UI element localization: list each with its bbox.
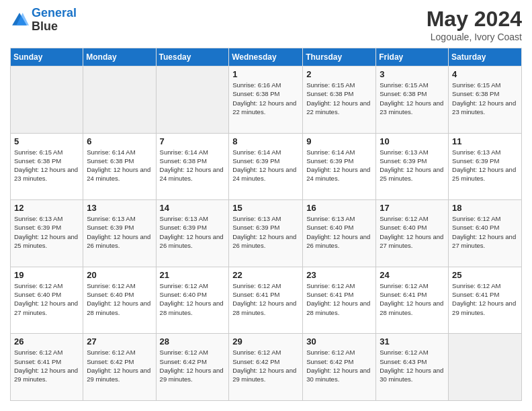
day-info: Sunrise: 6:12 AM Sunset: 6:42 PM Dayligh… bbox=[87, 348, 152, 383]
calendar-day-cell bbox=[156, 66, 229, 134]
day-info: Sunrise: 6:12 AM Sunset: 6:41 PM Dayligh… bbox=[14, 348, 79, 383]
calendar-day-cell: 19Sunrise: 6:12 AM Sunset: 6:40 PM Dayli… bbox=[11, 267, 83, 334]
day-number: 22 bbox=[232, 270, 299, 280]
day-number: 2 bbox=[306, 69, 372, 79]
weekday-header-wednesday: Wednesday bbox=[229, 48, 303, 66]
weekday-header-saturday: Saturday bbox=[449, 48, 522, 66]
calendar-day-cell bbox=[11, 66, 83, 134]
day-info: Sunrise: 6:14 AM Sunset: 6:39 PM Dayligh… bbox=[232, 148, 299, 183]
day-info: Sunrise: 6:15 AM Sunset: 6:38 PM Dayligh… bbox=[380, 81, 445, 116]
day-info: Sunrise: 6:13 AM Sunset: 6:39 PM Dayligh… bbox=[452, 148, 518, 183]
weekday-header-monday: Monday bbox=[83, 48, 156, 66]
calendar-day-cell: 21Sunrise: 6:12 AM Sunset: 6:40 PM Dayli… bbox=[156, 267, 229, 334]
calendar-day-cell: 9Sunrise: 6:14 AM Sunset: 6:39 PM Daylig… bbox=[303, 133, 376, 200]
calendar-day-cell: 26Sunrise: 6:12 AM Sunset: 6:41 PM Dayli… bbox=[11, 334, 83, 401]
day-number: 29 bbox=[232, 336, 299, 347]
day-info: Sunrise: 6:14 AM Sunset: 6:38 PM Dayligh… bbox=[87, 148, 152, 183]
day-number: 3 bbox=[380, 69, 445, 79]
calendar-day-cell: 5Sunrise: 6:15 AM Sunset: 6:38 PM Daylig… bbox=[11, 133, 83, 200]
day-number: 6 bbox=[87, 136, 152, 146]
day-info: Sunrise: 6:12 AM Sunset: 6:42 PM Dayligh… bbox=[160, 348, 226, 383]
day-info: Sunrise: 6:12 AM Sunset: 6:40 PM Dayligh… bbox=[87, 281, 152, 317]
calendar: SundayMondayTuesdayWednesdayThursdayFrid… bbox=[10, 48, 522, 401]
day-info: Sunrise: 6:15 AM Sunset: 6:38 PM Dayligh… bbox=[452, 81, 518, 116]
day-number: 9 bbox=[306, 136, 372, 146]
day-info: Sunrise: 6:12 AM Sunset: 6:43 PM Dayligh… bbox=[380, 348, 445, 383]
day-number: 30 bbox=[306, 336, 372, 347]
calendar-day-cell: 8Sunrise: 6:14 AM Sunset: 6:39 PM Daylig… bbox=[229, 133, 303, 200]
day-info: Sunrise: 6:12 AM Sunset: 6:41 PM Dayligh… bbox=[306, 281, 372, 317]
calendar-week-1: 1Sunrise: 6:16 AM Sunset: 6:38 PM Daylig… bbox=[11, 66, 522, 134]
day-info: Sunrise: 6:12 AM Sunset: 6:41 PM Dayligh… bbox=[452, 281, 518, 317]
weekday-header-row: SundayMondayTuesdayWednesdayThursdayFrid… bbox=[11, 48, 522, 66]
calendar-day-cell: 13Sunrise: 6:13 AM Sunset: 6:39 PM Dayli… bbox=[83, 200, 156, 267]
day-number: 5 bbox=[14, 136, 79, 146]
day-info: Sunrise: 6:12 AM Sunset: 6:41 PM Dayligh… bbox=[232, 281, 299, 317]
calendar-week-4: 19Sunrise: 6:12 AM Sunset: 6:40 PM Dayli… bbox=[11, 267, 522, 334]
calendar-day-cell: 28Sunrise: 6:12 AM Sunset: 6:42 PM Dayli… bbox=[156, 334, 229, 401]
calendar-day-cell: 31Sunrise: 6:12 AM Sunset: 6:43 PM Dayli… bbox=[376, 334, 449, 401]
calendar-day-cell bbox=[449, 334, 522, 401]
calendar-day-cell: 23Sunrise: 6:12 AM Sunset: 6:41 PM Dayli… bbox=[303, 267, 376, 334]
day-number: 23 bbox=[306, 270, 372, 280]
day-info: Sunrise: 6:13 AM Sunset: 6:39 PM Dayligh… bbox=[160, 214, 226, 250]
calendar-day-cell: 4Sunrise: 6:15 AM Sunset: 6:38 PM Daylig… bbox=[449, 66, 522, 134]
day-number: 10 bbox=[380, 136, 445, 146]
day-info: Sunrise: 6:14 AM Sunset: 6:38 PM Dayligh… bbox=[160, 148, 226, 183]
day-number: 17 bbox=[380, 203, 445, 213]
day-number: 8 bbox=[232, 136, 299, 146]
day-info: Sunrise: 6:16 AM Sunset: 6:38 PM Dayligh… bbox=[232, 81, 299, 116]
day-info: Sunrise: 6:15 AM Sunset: 6:38 PM Dayligh… bbox=[14, 148, 79, 183]
calendar-day-cell bbox=[83, 66, 156, 134]
month-title: May 2024 bbox=[427, 7, 522, 32]
day-number: 7 bbox=[160, 136, 226, 146]
day-number: 1 bbox=[232, 69, 299, 79]
weekday-header-sunday: Sunday bbox=[11, 48, 83, 66]
weekday-header-tuesday: Tuesday bbox=[156, 48, 229, 66]
calendar-day-cell: 7Sunrise: 6:14 AM Sunset: 6:38 PM Daylig… bbox=[156, 133, 229, 200]
day-info: Sunrise: 6:15 AM Sunset: 6:38 PM Dayligh… bbox=[306, 81, 372, 116]
day-number: 16 bbox=[306, 203, 372, 213]
calendar-day-cell: 29Sunrise: 6:12 AM Sunset: 6:42 PM Dayli… bbox=[229, 334, 303, 401]
calendar-day-cell: 30Sunrise: 6:12 AM Sunset: 6:42 PM Dayli… bbox=[303, 334, 376, 401]
calendar-day-cell: 25Sunrise: 6:12 AM Sunset: 6:41 PM Dayli… bbox=[449, 267, 522, 334]
day-number: 20 bbox=[87, 270, 152, 280]
day-info: Sunrise: 6:12 AM Sunset: 6:41 PM Dayligh… bbox=[380, 281, 445, 317]
calendar-day-cell: 2Sunrise: 6:15 AM Sunset: 6:38 PM Daylig… bbox=[303, 66, 376, 134]
weekday-header-thursday: Thursday bbox=[303, 48, 376, 66]
calendar-day-cell: 20Sunrise: 6:12 AM Sunset: 6:40 PM Dayli… bbox=[83, 267, 156, 334]
calendar-day-cell: 14Sunrise: 6:13 AM Sunset: 6:39 PM Dayli… bbox=[156, 200, 229, 267]
day-number: 12 bbox=[14, 203, 79, 213]
day-info: Sunrise: 6:12 AM Sunset: 6:42 PM Dayligh… bbox=[232, 348, 299, 383]
calendar-week-2: 5Sunrise: 6:15 AM Sunset: 6:38 PM Daylig… bbox=[11, 133, 522, 200]
calendar-day-cell: 10Sunrise: 6:13 AM Sunset: 6:39 PM Dayli… bbox=[376, 133, 449, 200]
calendar-day-cell: 11Sunrise: 6:13 AM Sunset: 6:39 PM Dayli… bbox=[449, 133, 522, 200]
day-info: Sunrise: 6:13 AM Sunset: 6:39 PM Dayligh… bbox=[232, 214, 299, 250]
day-info: Sunrise: 6:12 AM Sunset: 6:40 PM Dayligh… bbox=[452, 214, 518, 250]
header: General Blue May 2024 Logouale, Ivory Co… bbox=[10, 7, 522, 42]
location-subtitle: Logouale, Ivory Coast bbox=[427, 32, 522, 42]
day-info: Sunrise: 6:13 AM Sunset: 6:39 PM Dayligh… bbox=[14, 214, 79, 250]
day-number: 4 bbox=[452, 69, 518, 79]
page: General Blue May 2024 Logouale, Ivory Co… bbox=[0, 0, 532, 411]
calendar-day-cell: 27Sunrise: 6:12 AM Sunset: 6:42 PM Dayli… bbox=[83, 334, 156, 401]
logo-text: General Blue bbox=[32, 7, 77, 34]
day-number: 31 bbox=[380, 336, 445, 347]
day-info: Sunrise: 6:12 AM Sunset: 6:42 PM Dayligh… bbox=[306, 348, 372, 383]
day-number: 24 bbox=[380, 270, 445, 280]
day-number: 28 bbox=[160, 336, 226, 347]
logo: General Blue bbox=[10, 7, 77, 34]
day-info: Sunrise: 6:13 AM Sunset: 6:40 PM Dayligh… bbox=[306, 214, 372, 250]
day-number: 25 bbox=[452, 270, 518, 280]
calendar-day-cell: 15Sunrise: 6:13 AM Sunset: 6:39 PM Dayli… bbox=[229, 200, 303, 267]
day-info: Sunrise: 6:14 AM Sunset: 6:39 PM Dayligh… bbox=[306, 148, 372, 183]
weekday-header-friday: Friday bbox=[376, 48, 449, 66]
day-number: 21 bbox=[160, 270, 226, 280]
day-number: 27 bbox=[87, 336, 152, 347]
day-number: 19 bbox=[14, 270, 79, 280]
day-number: 15 bbox=[232, 203, 299, 213]
calendar-week-3: 12Sunrise: 6:13 AM Sunset: 6:39 PM Dayli… bbox=[11, 200, 522, 267]
calendar-day-cell: 1Sunrise: 6:16 AM Sunset: 6:38 PM Daylig… bbox=[229, 66, 303, 134]
calendar-day-cell: 17Sunrise: 6:12 AM Sunset: 6:40 PM Dayli… bbox=[376, 200, 449, 267]
logo-icon bbox=[10, 11, 29, 30]
